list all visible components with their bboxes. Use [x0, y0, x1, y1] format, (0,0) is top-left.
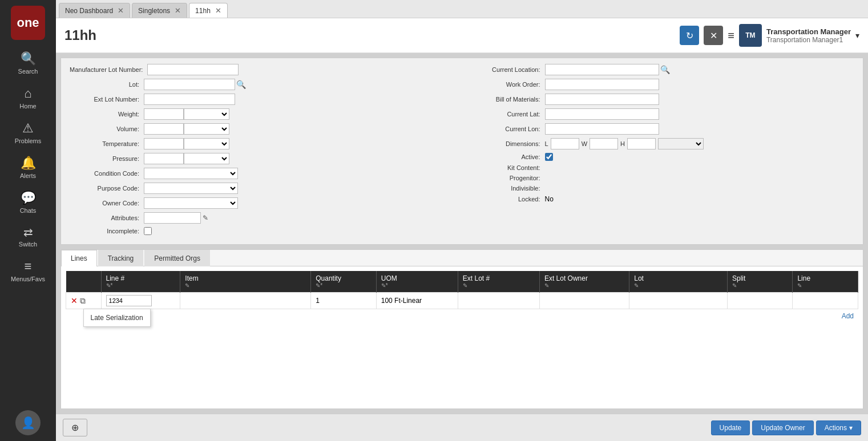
dimensions-inputs: L W H: [545, 138, 704, 149]
weight-label: Weight:: [70, 111, 144, 118]
owner-code-select[interactable]: [144, 197, 238, 209]
app-logo[interactable]: one: [11, 6, 45, 40]
tab-close-11hh[interactable]: ✕: [215, 6, 221, 15]
row-line-expired-cell: [793, 293, 858, 309]
tab-singletons[interactable]: Singletons ✕: [132, 3, 187, 18]
footer-right: Update Update Owner Actions ▾: [711, 420, 861, 435]
form-right: Current Location: 🔍 Work Order: Bill of …: [471, 64, 855, 238]
current-location-input[interactable]: [545, 64, 659, 75]
footer-left: ⊕: [63, 419, 87, 436]
sidebar-item-home[interactable]: ⌂ Home: [0, 80, 56, 115]
sidebar-item-alerts[interactable]: 🔔 Alerts: [0, 150, 56, 185]
indivisible-row: Indivisible:: [471, 185, 855, 192]
lot-label: Lot:: [70, 81, 144, 88]
weight-unit-select[interactable]: [184, 108, 229, 120]
volume-row: Volume:: [70, 123, 454, 135]
th-quantity: Quantity ✎*: [311, 271, 376, 293]
row-lot-cell: [629, 293, 728, 309]
th-lot: Lot ✎: [629, 271, 728, 293]
active-checkbox[interactable]: [545, 153, 553, 161]
temperature-value-input[interactable]: [144, 138, 184, 149]
actions-dropdown-arrow: ▾: [849, 424, 853, 432]
dim-h-input[interactable]: [627, 138, 656, 149]
pressure-row: Pressure:: [70, 153, 454, 164]
page-title: 11hh: [64, 27, 680, 43]
pressure-value-input[interactable]: [144, 153, 184, 164]
current-location-row: Current Location: 🔍: [471, 64, 855, 75]
volume-label: Volume:: [70, 126, 144, 132]
chats-icon: 💬: [21, 191, 36, 205]
volume-value-input[interactable]: [144, 123, 184, 135]
tab-tracking[interactable]: Tracking: [98, 250, 144, 266]
menus-icon: ≡: [25, 259, 32, 274]
row-line-num-cell: Late Serialization: [101, 293, 180, 309]
row-item-cell[interactable]: [180, 293, 311, 309]
close-page-button[interactable]: ✕: [704, 26, 723, 45]
sidebar: one 🔍 Search ⌂ Home ⚠ Problems 🔔 Alerts …: [0, 0, 56, 441]
tab-close-singletons[interactable]: ✕: [175, 6, 181, 15]
current-location-search-button[interactable]: 🔍: [660, 65, 670, 74]
work-order-label: Work Order:: [471, 81, 545, 88]
update-owner-button[interactable]: Update Owner: [752, 420, 813, 435]
row-delete-button[interactable]: ✕: [71, 296, 78, 305]
row-copy-button[interactable]: ⧉: [80, 296, 86, 306]
refresh-button[interactable]: ↻: [680, 26, 699, 45]
current-lon-input[interactable]: [545, 123, 659, 135]
update-button[interactable]: Update: [711, 420, 750, 435]
user-role: Transportation Manager: [766, 27, 851, 36]
temperature-unit-select[interactable]: [184, 138, 229, 149]
user-avatar-sidebar[interactable]: 👤: [15, 410, 41, 435]
owner-code-row: Owner Code:: [70, 197, 454, 209]
dim-unit-select[interactable]: [658, 138, 704, 149]
tab-permitted-orgs[interactable]: Permitted Orgs: [144, 250, 210, 266]
tab-close-neo-dashboard[interactable]: ✕: [118, 6, 124, 15]
tab-neo-dashboard[interactable]: Neo Dashboard ✕: [59, 3, 130, 18]
current-lat-row: Current Lat:: [471, 108, 855, 120]
incomplete-label: Incomplete:: [70, 228, 144, 234]
sidebar-item-search[interactable]: 🔍 Search: [0, 46, 56, 80]
attributes-edit-icon[interactable]: ✎: [203, 214, 208, 222]
incomplete-checkbox[interactable]: [144, 227, 152, 235]
active-row: Active:: [471, 153, 855, 161]
add-row-link[interactable]: Add: [66, 309, 858, 323]
bill-of-materials-input[interactable]: [545, 94, 659, 105]
menu-button[interactable]: ≡: [728, 29, 734, 42]
weight-value-input[interactable]: [144, 108, 184, 120]
condition-code-select[interactable]: [144, 168, 238, 179]
dimensions-row: Dimensions: L W H: [471, 138, 855, 149]
volume-unit-select[interactable]: [184, 123, 229, 135]
lot-search-button[interactable]: 🔍: [236, 80, 246, 89]
dim-w-input[interactable]: [590, 138, 618, 149]
dim-h-label: H: [620, 140, 625, 147]
tab-11hh[interactable]: 11hh ✕: [189, 3, 228, 18]
attributes-input[interactable]: [144, 212, 201, 224]
work-order-input[interactable]: [545, 79, 659, 90]
manufacturer-lot-input[interactable]: [147, 64, 239, 75]
row-line-num-input[interactable]: [106, 295, 152, 306]
user-initials-avatar: TM: [739, 24, 762, 47]
pressure-unit-select[interactable]: [184, 153, 229, 164]
sidebar-item-problems[interactable]: ⚠ Problems: [0, 115, 56, 150]
sidebar-item-switch[interactable]: ⇄ Switch: [0, 220, 56, 253]
footer-icon-button[interactable]: ⊕: [63, 419, 87, 436]
purpose-code-select[interactable]: [144, 183, 238, 194]
dimensions-label: Dimensions:: [471, 140, 545, 147]
lot-input[interactable]: [144, 79, 235, 90]
row-uom-cell: 100 Ft-Linear: [376, 293, 458, 309]
row-actions: ✕ ⧉: [71, 296, 96, 306]
purpose-code-label: Purpose Code:: [70, 185, 144, 192]
locked-label: Locked:: [471, 196, 545, 203]
actions-button[interactable]: Actions ▾: [816, 420, 861, 435]
user-dropdown-arrow[interactable]: ▾: [855, 31, 859, 40]
kit-content-row: Kit Content:: [471, 164, 855, 171]
dim-l-input[interactable]: [551, 138, 579, 149]
sidebar-item-menus[interactable]: ≡ Menus/Favs: [0, 253, 56, 288]
current-lat-input[interactable]: [545, 108, 659, 120]
th-line-num: Line # ✎*: [101, 271, 180, 293]
ext-lot-input[interactable]: [144, 94, 235, 105]
sidebar-item-chats[interactable]: 💬 Chats: [0, 185, 56, 220]
lot-row: Lot: 🔍: [70, 79, 454, 90]
pressure-label: Pressure:: [70, 155, 144, 162]
manufacturer-lot-label: Manufacturer Lot Number:: [70, 66, 147, 73]
tab-lines[interactable]: Lines: [61, 250, 97, 266]
